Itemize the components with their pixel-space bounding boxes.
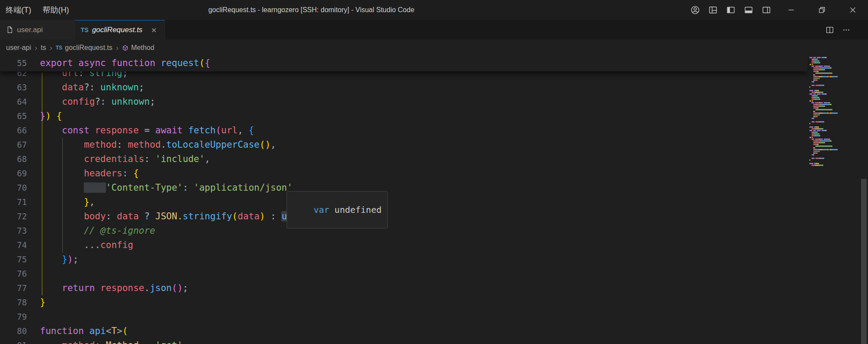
code-line[interactable]: 68 credentials: 'include', [0,152,808,166]
line-number[interactable]: 75 [0,252,27,267]
menu-help[interactable]: 帮助(H) [37,0,75,20]
line-number[interactable]: 76 [0,267,27,281]
code-line[interactable]: 71 }, [0,195,808,209]
breadcrumb-symbol[interactable]: Method [122,44,154,52]
code-lines[interactable]: 62 url: string;63 data?: unknown;64 conf… [0,66,808,344]
account-icon[interactable] [690,4,701,16]
code-line[interactable]: 73 // @ts-ignore [0,224,808,238]
close-tab-icon[interactable] [149,25,158,35]
line-number[interactable]: 69 [0,166,27,181]
breadcrumb: user-api › ts › TS gocliRequest.ts › Met… [0,40,808,56]
tab-label: user.api [17,26,43,34]
code-line[interactable]: 66 const response = await fetch(url, { [0,123,808,138]
line-number[interactable]: 72 [0,209,27,224]
code-line[interactable]: 55export async function request({ [0,56,808,70]
code-line[interactable]: 64 config?: unknown; [0,95,808,109]
line-number[interactable]: 68 [0,152,27,166]
code-line[interactable]: 67 method: method.toLocaleUpperCase(), [0,138,808,152]
breadcrumb-folder[interactable]: user-api [6,44,31,52]
line-number[interactable]: 70 [0,181,27,195]
chevron-right-icon: › [116,43,119,53]
line-number[interactable]: 71 [0,195,27,209]
tab-bar: user.api TS gocliRequest.ts [0,20,868,40]
breadcrumb-folder[interactable]: ts [41,44,46,52]
tab-user-api[interactable]: user.api [0,20,75,40]
split-editor-icon[interactable] [825,25,835,35]
line-number[interactable]: 80 [0,324,27,338]
customize-layout-icon[interactable] [707,4,719,16]
line-number[interactable]: 55 [0,56,27,70]
hover-tooltip-code: var undefined [314,205,382,215]
tab-label: gocliRequest.ts [92,26,142,34]
line-number[interactable]: 78 [0,295,27,310]
editor-pane[interactable]: 62 url: string;63 data?: unknown;64 conf… [0,56,868,344]
code-line[interactable]: 80function api<T>( [0,324,808,338]
typescript-icon: TS [56,45,62,51]
toggle-primary-sidebar-icon[interactable] [725,4,736,16]
code-line[interactable]: 69 headers: { [0,166,808,181]
code-line[interactable]: 74 ...config [0,238,808,252]
code-line[interactable]: 65}) { [0,109,808,123]
line-number[interactable]: 64 [0,95,27,109]
sticky-scroll-line[interactable]: 55export async function request({ [0,56,808,72]
close-window-button[interactable] [837,0,868,20]
code-line[interactable]: 63 data?: unknown; [0,80,808,95]
code-line[interactable]: 77 return response.json(); [0,281,808,295]
code-line[interactable]: 72 body: data ? JSON.stringify(data) : u… [0,209,808,224]
more-actions-icon[interactable] [842,25,851,35]
code-line[interactable]: 79 [0,310,808,324]
line-number[interactable]: 77 [0,281,27,295]
minimize-button[interactable] [776,0,806,20]
hover-tooltip: var undefined [287,191,388,228]
code-line[interactable]: 75 }); [0,252,808,267]
line-number[interactable]: 65 [0,109,27,123]
window-title: gocliRequest.ts - learngozero [SSH: domi… [208,0,415,20]
file-icon [6,26,13,33]
line-number[interactable]: 67 [0,138,27,152]
code-line[interactable]: 78} [0,295,808,310]
toggle-panel-icon[interactable] [743,4,754,16]
line-number[interactable]: 79 [0,310,27,324]
line-number[interactable]: 74 [0,238,27,252]
code-line[interactable]: 76 [0,267,808,281]
typescript-icon: TS [81,26,89,33]
breadcrumb-file[interactable]: TS gocliRequest.ts [56,44,112,52]
symbol-method-icon [122,45,129,51]
line-number[interactable]: 63 [0,80,27,95]
menu-terminal[interactable]: 终端(T) [0,0,37,20]
code-line[interactable]: 81 method: Method = 'get', [0,338,808,344]
tab-goclirequest[interactable]: TS gocliRequest.ts [75,20,165,40]
line-number[interactable]: 81 [0,338,27,344]
line-number[interactable]: 73 [0,224,27,238]
scrollbar-thumb[interactable] [861,179,867,344]
line-number[interactable]: 66 [0,123,27,138]
restore-button[interactable] [806,0,837,20]
chevron-right-icon: › [35,43,37,53]
minimap[interactable] [809,57,858,335]
code-line[interactable]: 70 'Content-Type': 'application/json' [0,181,808,195]
title-bar: 终端(T) 帮助(H) gocliRequest.ts - learngozer… [0,0,868,20]
toggle-secondary-sidebar-icon[interactable] [761,4,772,16]
chevron-right-icon: › [50,43,52,53]
